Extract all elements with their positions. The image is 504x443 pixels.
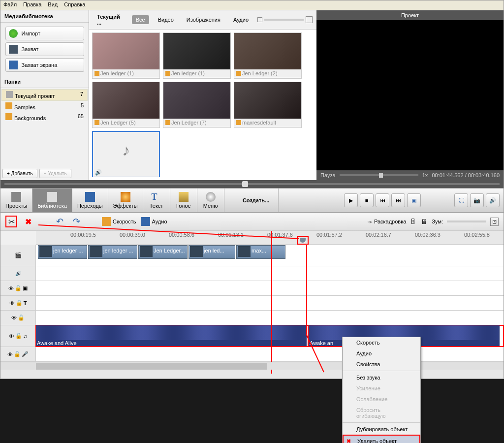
volume-button[interactable]: 🔊 [486, 193, 500, 207]
lock-icon[interactable]: 🔓 [14, 351, 21, 357]
screen-capture-button[interactable]: Захват экрана [5, 58, 84, 72]
audio-clip[interactable]: Awake and Alive [36, 325, 307, 346]
lock-icon[interactable]: 🔓 [18, 315, 25, 321]
storyboard-toggle[interactable]: ▫▸ Раскадровка [368, 219, 406, 225]
capture-button[interactable]: Захват [5, 42, 84, 56]
text-track[interactable] [36, 296, 504, 310]
film-icon: 🎬 [15, 252, 22, 258]
monitor-icon[interactable]: 🖥 [421, 218, 428, 225]
library-icon [47, 192, 57, 202]
import-button[interactable]: Импорт [5, 27, 84, 40]
media-thumb[interactable]: maxresdefault [234, 82, 302, 128]
cm-mute[interactable]: Без звука [343, 372, 420, 383]
eye-icon[interactable]: 👁 [9, 300, 15, 306]
music-track[interactable]: Awake and Alive Awake an [36, 325, 504, 347]
folder-icon [6, 91, 13, 98]
media-thumb[interactable]: Jen ledger (1) [92, 32, 160, 79]
menu-help[interactable]: Справка [64, 1, 85, 7]
lock-icon[interactable]: 🔓 [15, 285, 22, 291]
menu-file[interactable]: Файл [3, 1, 17, 7]
mixer-icon[interactable]: 🎚 [410, 218, 417, 225]
lock-icon[interactable]: 🔓 [15, 333, 22, 339]
create-button[interactable]: Создать... [234, 189, 279, 212]
plus-icon [9, 29, 18, 38]
effects-button[interactable]: Эффекты [108, 189, 143, 212]
menu-edit[interactable]: Правка [23, 1, 41, 7]
fit-button[interactable]: ⊡ [490, 218, 499, 226]
next-button[interactable]: ⏭ [391, 193, 405, 207]
snapshot-button[interactable]: 📷 [470, 193, 484, 207]
timeline-clip[interactable]: Jen Ledger... [138, 245, 188, 259]
projects-button[interactable]: Проекты [0, 189, 32, 212]
annotation-arrow [306, 245, 307, 334]
cm-audio[interactable]: Аудио [343, 348, 420, 359]
overlay-track[interactable] [36, 281, 504, 295]
zoom-slider[interactable] [447, 221, 486, 222]
eye-icon[interactable]: 👁 [8, 285, 14, 291]
tab-current[interactable]: Текущий ... [93, 12, 127, 27]
eye-icon[interactable]: 👁 [7, 351, 13, 357]
delete-tl-button[interactable]: ✖ [22, 216, 34, 227]
voice-button[interactable]: Голос [170, 189, 197, 212]
add-folder-button[interactable]: + Добавить [2, 169, 37, 178]
eye-icon[interactable]: 👁 [9, 333, 14, 339]
fullscreen-button[interactable]: ⛶ [454, 193, 468, 207]
capture-label: Захват [22, 46, 39, 52]
menu-view[interactable]: Вид [48, 1, 58, 7]
playhead-marker[interactable] [297, 236, 309, 245]
clip-button[interactable]: ▣ [407, 193, 421, 207]
media-thumb[interactable]: Jen Ledger (5) [92, 82, 160, 128]
cm-properties[interactable]: Свойства [343, 359, 420, 370]
seek-bar[interactable] [0, 180, 504, 188]
timeline-ruler[interactable]: 00:00:19.5 00:00:39.0 00:00:58.6 00:01:1… [36, 231, 504, 245]
folder-backgrounds[interactable]: Backgrounds 65 [1, 112, 88, 123]
media-thumb[interactable]: Jen Ledger (7) [163, 82, 231, 128]
eye-icon[interactable]: 👁 [11, 315, 17, 321]
media-thumb[interactable]: Jen Ledger (2) [234, 32, 302, 79]
speaker-icon: 🔊 [489, 197, 496, 204]
prev-button[interactable]: ⏮ [376, 193, 389, 207]
remove-folder-button[interactable]: − Удалить [39, 169, 71, 178]
tab-images[interactable]: Изображения [183, 15, 224, 24]
cm-fade[interactable]: Ослабление [343, 394, 420, 405]
x-icon: ✖ [346, 438, 351, 443]
playhead-line[interactable] [271, 231, 272, 374]
cm-amplify[interactable]: Усиление [343, 383, 420, 394]
timeline-clip[interactable]: jen led... [189, 245, 235, 259]
audio-tl-button[interactable]: Аудио [141, 217, 167, 226]
timeline-clip[interactable]: jen ledger ... [88, 245, 137, 259]
cm-speed[interactable]: Скорость [343, 337, 420, 348]
media-thumb[interactable]: Jen ledger (1) [163, 32, 231, 79]
cm-delete[interactable]: ✖Удалить объект [343, 435, 420, 443]
h-scrollbar[interactable] [0, 362, 504, 370]
folder-samples[interactable]: Samples 5 [1, 101, 88, 112]
lock-icon[interactable]: 🔓 [16, 300, 23, 306]
tab-audio[interactable]: Аудио [229, 15, 252, 24]
speed-slider[interactable] [340, 174, 418, 176]
tab-video[interactable]: Видео [154, 15, 178, 24]
cm-reset-envelope[interactable]: Сбросить огибающую [343, 405, 420, 421]
split-button[interactable]: ✂ [5, 216, 17, 227]
thumb-size-slider[interactable] [264, 19, 304, 21]
cm-duplicate[interactable]: Дублировать объект [343, 424, 420, 435]
redo-button[interactable]: ↷ [70, 216, 82, 227]
voice-track[interactable] [36, 347, 504, 361]
tab-all[interactable]: Все [132, 15, 149, 24]
speed-tl-button[interactable]: Скорость [102, 217, 136, 226]
text-track-head: 👁🔓T [0, 296, 36, 310]
music1-track[interactable] [36, 311, 504, 325]
video-track[interactable]: jen ledger ... jen ledger ... Jen Ledger… [36, 245, 504, 266]
library-button[interactable]: Библиотека [32, 189, 72, 212]
time-display: 00:01:44.562 / 00:03:40.160 [432, 172, 500, 178]
timeline-clip[interactable]: max... [236, 245, 285, 259]
play-button[interactable]: ▶ [344, 193, 358, 207]
media-thumb-audio[interactable]: ♪🔊 [92, 131, 160, 177]
stop-button[interactable]: ■ [360, 193, 374, 207]
transitions-button[interactable]: Переходы [72, 189, 108, 212]
timeline-clip[interactable]: jen ledger ... [38, 245, 87, 259]
menu-button[interactable]: Меню [197, 189, 224, 212]
preview-screen[interactable] [316, 20, 504, 170]
text-button[interactable]: TТекст [143, 189, 170, 212]
folder-icon [5, 113, 12, 120]
folder-current[interactable]: Текущий проект 7 [1, 89, 88, 101]
